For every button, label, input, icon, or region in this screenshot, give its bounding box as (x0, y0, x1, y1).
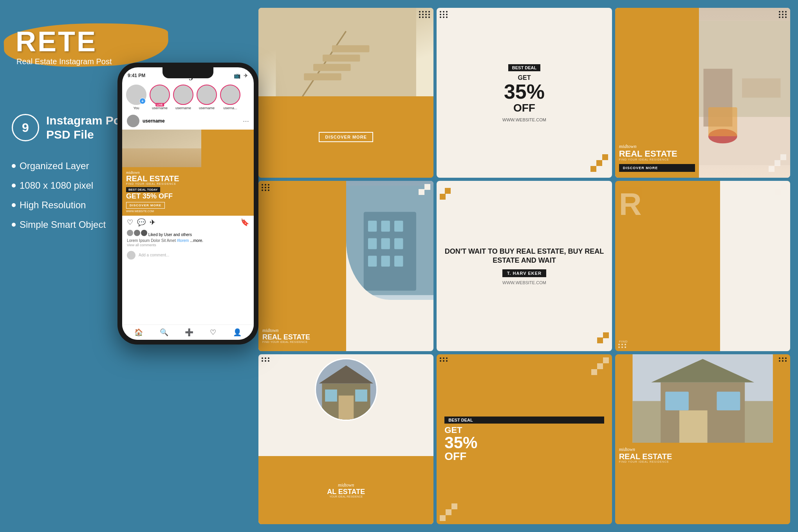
bullet-3 (12, 203, 16, 207)
discover-btn-post[interactable]: DISCOVER MORE (126, 202, 165, 209)
search-nav-icon[interactable]: 🔍 (160, 328, 168, 337)
staircase (258, 8, 433, 101)
percent-big: 35% (502, 81, 546, 102)
card-6-cream-section (720, 181, 790, 351)
feature-label-1: Organized Layer (20, 161, 89, 171)
svg-rect-30 (419, 189, 424, 195)
svg-rect-24 (381, 238, 390, 249)
house-roof-svg (316, 359, 376, 420)
card8-off: OFF (444, 451, 604, 462)
story-4[interactable]: userna... (220, 85, 240, 110)
dots-card3 (779, 11, 787, 18)
phone-mockup: 9:41 PM Instagram 📺 ✈ + You LIVE (117, 63, 258, 337)
svg-rect-2 (304, 73, 341, 80)
ig-bottom-nav: 🏠 🔍 ➕ ♡ 👤 (122, 325, 254, 340)
svg-rect-21 (381, 221, 390, 232)
bullet-2 (12, 184, 16, 188)
story-avatar-live: LIVE (150, 85, 170, 105)
profile-nav-icon[interactable]: 👤 (233, 328, 242, 337)
card8-percent: 35% (444, 435, 604, 451)
card3-discover[interactable]: DISCOVER MORE (619, 164, 695, 172)
svg-rect-23 (368, 238, 377, 249)
quote-website: WWW.WEBSITE.COM (444, 280, 604, 285)
svg-rect-12 (742, 78, 780, 97)
dots-tl (440, 11, 448, 18)
comment-placeholder[interactable]: Add a comment... (139, 253, 169, 257)
brand-title: RETE (12, 23, 161, 56)
card7-find: YOUR IDEAL RESIDENCE (327, 495, 365, 498)
svg-rect-16 (775, 160, 780, 166)
home-icon[interactable]: 🏠 (134, 328, 143, 337)
svg-rect-8 (590, 166, 596, 172)
feature-item-3: High Resolution (12, 200, 106, 211)
story-3[interactable]: username (197, 85, 217, 110)
comment-icon[interactable]: 💬 (137, 218, 146, 227)
stories-row: + You LIVE username username username (122, 82, 254, 112)
card8-best-deal: BEST DEAL (444, 417, 604, 424)
card-3: midtown REAL ESTATE FIND YOUR IDEAL RESI… (615, 8, 790, 178)
svg-rect-7 (596, 160, 602, 166)
liked-text: Liked by User and others (127, 230, 249, 237)
svg-rect-48 (451, 503, 457, 509)
hashtag: #lorem (177, 238, 189, 243)
discover-more-btn[interactable]: DISCOVER MORE (319, 132, 373, 142)
dots-card8 (440, 357, 448, 362)
story-2[interactable]: username (173, 85, 193, 110)
feature-item-4: Simple Smart Object (12, 219, 106, 230)
stats-row: 9 Instagram Post PSD File (12, 114, 131, 142)
tv-icon[interactable]: 📺 (234, 72, 240, 79)
svg-rect-53 (679, 410, 708, 448)
feature-item-1: Organized Layer (12, 161, 106, 171)
story-avatar-you: + (126, 85, 146, 105)
card7-title: AL ESTATE (327, 488, 365, 495)
card-7: midtown AL ESTATE YOUR IDEAL RESIDENCE (258, 354, 433, 524)
card-8: BEST DEAL GET 35% OFF (437, 354, 612, 524)
like-icon[interactable]: ♡ (127, 218, 133, 227)
post-overlay: midtown REAL ESTATE FIND YOUR IDEAL RESI… (122, 167, 254, 216)
svg-rect-26 (368, 256, 377, 267)
svg-rect-33 (603, 332, 609, 338)
svg-rect-45 (591, 369, 597, 375)
story-live[interactable]: LIVE username (150, 85, 170, 110)
svg-rect-41 (325, 390, 337, 402)
story-label-live: username (152, 106, 168, 110)
card-3-left: midtown REAL ESTATE FIND YOUR IDEAL RESI… (615, 8, 699, 178)
ig-header-icons: 📺 ✈ (234, 72, 248, 79)
svg-rect-20 (368, 221, 377, 232)
svg-rect-27 (381, 256, 390, 267)
svg-rect-29 (424, 184, 430, 190)
staircase-svg (258, 8, 433, 101)
view-comments[interactable]: View all comments (127, 243, 249, 248)
card7-brand: midtown (327, 482, 365, 488)
share-icon[interactable]: ✈ (150, 218, 155, 227)
step-card6 (771, 184, 787, 200)
off-text: OFF (502, 102, 546, 114)
story-label-4: userna... (223, 106, 237, 110)
phone-outer: 9:41 PM Instagram 📺 ✈ + You LIVE (117, 63, 258, 344)
liker-avatar (127, 230, 133, 236)
svg-rect-31 (440, 194, 446, 200)
post-more-button[interactable]: ⋯ (243, 117, 249, 125)
post-image: midtown REAL ESTATE FIND YOUR IDEAL RESI… (122, 130, 254, 216)
send-icon[interactable]: ✈ (244, 72, 248, 79)
save-icon[interactable]: 🔖 (240, 218, 249, 227)
post-actions: ♡ 💬 ✈ 🔖 (122, 216, 254, 229)
card9-title: REAL ESTATE (619, 453, 786, 460)
dots-card6 (618, 344, 626, 348)
card-9: midtown REAL ESTATE FIND YOUR IDEAL RESI… (615, 354, 790, 524)
dots-card9 (779, 357, 787, 362)
plus-nav-icon[interactable]: ➕ (185, 328, 193, 337)
step-card8 (589, 357, 609, 377)
svg-rect-42 (355, 390, 367, 402)
card7-text-area: midtown AL ESTATE YOUR IDEAL RESIDENCE (327, 482, 365, 498)
caption-text: Lorem Ipsum Dolor Sit Amet (127, 238, 176, 243)
story-label-2: username (175, 106, 191, 110)
svg-rect-43 (603, 357, 609, 363)
best-deal-badge: BEST DEAL (508, 64, 540, 71)
heart-nav-icon[interactable]: ♡ (210, 328, 216, 337)
step-card4 (415, 184, 430, 200)
quote-author: T. HARV EKER (502, 269, 546, 277)
svg-rect-32 (445, 188, 451, 194)
card4-brand: midtown (262, 328, 344, 334)
story-you[interactable]: + You (126, 85, 146, 110)
